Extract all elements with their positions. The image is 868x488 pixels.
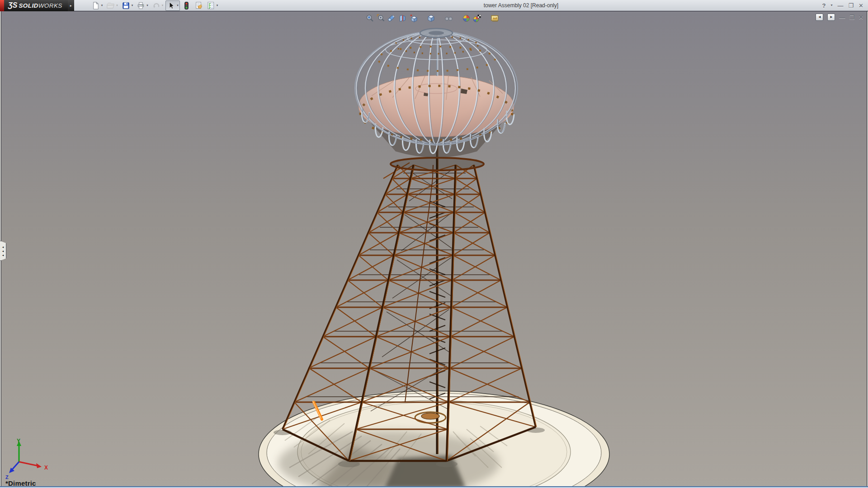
save-icon <box>122 1 130 10</box>
window-controls: ?▾—❐✕ <box>822 3 868 9</box>
dropdown-caret-icon[interactable]: ▾ <box>132 4 133 7</box>
display-style-button[interactable] <box>425 13 436 23</box>
print-button[interactable]: ▾ <box>135 0 150 11</box>
help-dropdown-button[interactable]: ▾ <box>830 4 832 7</box>
splitter-arrow-icon: ◂ <box>2 249 4 253</box>
zoom-to-area-icon <box>377 14 385 23</box>
close-button[interactable]: ✕ <box>859 3 863 9</box>
brand-red-stripe <box>0 0 4 11</box>
brand-glyph: ƷS <box>8 1 17 9</box>
brand-expand-arrow[interactable]: ▸ <box>68 0 74 11</box>
open-document-icon <box>106 1 115 10</box>
print-icon <box>137 1 145 10</box>
orientation-triad: Y X Z <box>4 438 53 481</box>
dropdown-caret-icon[interactable]: ▾ <box>146 4 148 7</box>
undo-icon <box>152 1 160 10</box>
solidworks-logo: ƷS SOLID WORKS <box>0 0 68 11</box>
select-button[interactable]: ▾ <box>165 0 180 11</box>
previous-view-button[interactable] <box>386 13 397 23</box>
triad-y-label: Y <box>17 438 20 444</box>
tower-neck-ring <box>391 158 484 170</box>
window-title: tower Assembly 02 [Read-only] <box>220 2 822 9</box>
select-icon <box>167 1 175 10</box>
dropdown-caret-icon[interactable]: ▾ <box>116 4 118 7</box>
statusbar-edge <box>0 486 868 488</box>
view-settings-button[interactable] <box>489 13 500 23</box>
apply-scene-button[interactable] <box>472 13 482 23</box>
brand-name-bold: SOLID <box>19 2 38 9</box>
titlebar: ƷS SOLID WORKS ▸ ▾▾▾▾▾▾▾ tower Assembly … <box>0 0 868 11</box>
apply-scene-icon <box>473 14 481 23</box>
dropdown-caret-icon[interactable]: ▾ <box>217 4 218 7</box>
edit-appearance-icon <box>462 14 471 23</box>
zoom-to-fit-icon <box>366 14 374 23</box>
dropdown-caret-icon[interactable]: ▾ <box>162 4 164 7</box>
dropdown-caret-icon[interactable]: ▾ <box>177 4 179 7</box>
main-toolbar: ▾▾▾▾▾▾▾ <box>90 0 220 11</box>
minimize-button[interactable]: — <box>837 3 843 9</box>
dropdown-caret-icon[interactable]: ▾ <box>101 4 103 7</box>
headsup-view-toolbar <box>364 13 507 23</box>
dome-silhouette <box>355 31 518 145</box>
options-button[interactable]: ▾ <box>205 0 220 11</box>
zoom-to-area-button[interactable] <box>375 13 386 23</box>
headsup-group <box>461 13 482 23</box>
edit-appearance-button[interactable] <box>461 13 472 23</box>
display-style-icon <box>427 14 435 23</box>
section-view-button[interactable] <box>397 13 408 23</box>
hide-show-items-icon <box>444 14 453 23</box>
file-properties-button[interactable] <box>193 0 204 11</box>
section-view-icon <box>398 14 407 23</box>
triad-x-label: X <box>44 465 48 471</box>
document-window-controls: ◄►—❐✕ <box>816 14 863 21</box>
previous-view-icon <box>387 14 396 23</box>
rebuild-icon <box>182 1 191 10</box>
viewport-3d-scene[interactable] <box>0 0 868 488</box>
file-properties-icon <box>194 1 203 10</box>
headsup-group <box>425 13 436 23</box>
headsup-group <box>443 13 454 23</box>
help-button[interactable]: ? <box>822 3 826 9</box>
view-settings-icon <box>491 14 499 23</box>
rebuild-button[interactable] <box>181 0 192 11</box>
undo-button[interactable]: ▾ <box>151 0 165 11</box>
doc-restore-button[interactable]: ❐ <box>849 14 854 20</box>
new-document-button[interactable]: ▾ <box>90 0 104 11</box>
restore-button[interactable]: ❐ <box>848 3 854 9</box>
hide-show-items-button[interactable] <box>443 13 454 23</box>
zoom-to-fit-button[interactable] <box>364 13 375 23</box>
options-icon <box>207 1 215 10</box>
headsup-group <box>364 13 419 23</box>
splitter-arrow-icon: ◂ <box>2 253 4 257</box>
doc-minimize-button[interactable]: — <box>839 14 845 20</box>
doc-close-button[interactable]: ✕ <box>859 14 863 20</box>
open-document-button[interactable]: ▾ <box>105 0 119 11</box>
next-document-button[interactable]: ► <box>827 14 835 21</box>
brand-name-light: WORKS <box>38 2 62 9</box>
save-button[interactable]: ▾ <box>120 0 135 11</box>
headsup-group <box>489 13 500 23</box>
view-orientation-icon <box>409 14 418 23</box>
new-document-icon <box>91 1 100 10</box>
view-orientation-button[interactable] <box>408 13 419 23</box>
previous-document-button[interactable]: ◄ <box>816 14 823 21</box>
splitter-arrow-icon: ◂ <box>2 245 4 249</box>
featuremanager-splitter-tab[interactable]: ◂ ◂ ◂ <box>0 241 6 261</box>
